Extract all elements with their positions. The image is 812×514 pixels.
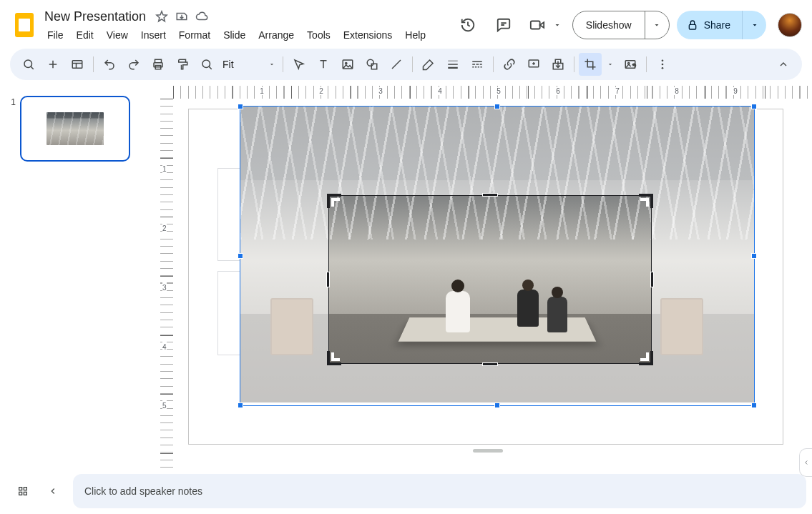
slide-thumbnail-1[interactable]	[20, 96, 130, 162]
share-button[interactable]: Share	[677, 11, 742, 39]
textbox-button[interactable]	[312, 53, 335, 76]
vertical-ruler[interactable]: 1 2 3 4 5	[160, 99, 173, 473]
svg-rect-1	[689, 24, 695, 29]
crop-handle-tl[interactable]	[327, 194, 341, 208]
menu-insert[interactable]: Insert	[135, 26, 172, 44]
svg-rect-20	[477, 66, 479, 68]
menu-format[interactable]: Format	[173, 26, 216, 44]
search-menus-button[interactable]	[17, 53, 40, 76]
slide-canvas[interactable]	[189, 109, 783, 444]
lock-icon	[687, 19, 698, 31]
crop-handle-bl[interactable]	[327, 351, 341, 365]
reset-image-button[interactable]	[619, 53, 642, 76]
meet-icon[interactable]	[525, 11, 549, 39]
crop-handle-bottom[interactable]	[482, 362, 498, 366]
selected-image[interactable]	[240, 106, 755, 402]
crop-handle-right[interactable]	[650, 272, 654, 287]
insert-shape-button[interactable]	[361, 53, 383, 76]
crop-image-button[interactable]	[579, 53, 602, 76]
document-title[interactable]: New Presentation	[41, 9, 149, 25]
svg-rect-31	[19, 492, 22, 495]
ruler-h-tick: 4	[436, 87, 444, 95]
more-options-button[interactable]	[651, 53, 674, 76]
menu-slide[interactable]: Slide	[217, 26, 251, 44]
collapse-toolbar-button[interactable]	[772, 53, 795, 76]
resize-handle[interactable]	[238, 402, 243, 408]
grid-view-button[interactable]	[13, 481, 33, 501]
svg-rect-29	[19, 488, 22, 490]
ruler-h-tick: 1	[258, 87, 266, 95]
svg-rect-12	[448, 64, 458, 65]
star-icon[interactable]	[155, 9, 169, 24]
crop-handle-left[interactable]	[326, 272, 330, 287]
insert-link-button[interactable]	[498, 53, 521, 76]
svg-point-9	[367, 59, 373, 66]
slides-logo[interactable]	[10, 11, 39, 39]
ruler-h-tick: 8	[672, 87, 681, 95]
redo-button[interactable]	[122, 53, 145, 76]
menu-file[interactable]: File	[41, 26, 69, 44]
print-button[interactable]	[147, 53, 170, 76]
ruler-h-tick: 9	[731, 87, 740, 95]
undo-button[interactable]	[98, 53, 121, 76]
crop-handle-tr[interactable]	[639, 194, 653, 208]
menu-edit[interactable]: Edit	[71, 26, 99, 44]
share-label: Share	[704, 19, 730, 31]
history-icon[interactable]	[454, 11, 482, 39]
ruler-v-tick: 1	[162, 164, 167, 174]
border-weight-button[interactable]	[441, 53, 464, 76]
resize-handle[interactable]	[494, 402, 500, 408]
horizontal-ruler[interactable]: 1 2 3 4 5 6 7 8 9	[173, 86, 812, 99]
crop-region[interactable]	[328, 195, 652, 364]
mask-image-button[interactable]	[547, 53, 569, 76]
menu-arrange[interactable]: Arrange	[253, 26, 300, 44]
insert-image-button[interactable]	[336, 53, 359, 76]
menu-view[interactable]: View	[101, 26, 134, 44]
crop-handle-br[interactable]	[639, 351, 653, 365]
bottom-bar: Click to add speaker notes	[0, 473, 812, 514]
svg-point-27	[661, 64, 663, 66]
slideshow-dropdown[interactable]	[645, 11, 669, 39]
zoom-dropdown[interactable]: Fit	[220, 59, 278, 70]
svg-rect-30	[24, 488, 26, 490]
zoom-out-button[interactable]	[195, 53, 218, 76]
crop-handle-top[interactable]	[482, 193, 498, 197]
svg-rect-32	[24, 492, 26, 495]
move-icon[interactable]	[175, 9, 189, 24]
menu-tools[interactable]: Tools	[301, 26, 336, 44]
new-slide-layout-button[interactable]	[66, 53, 89, 76]
cloud-status-icon[interactable]	[195, 9, 209, 24]
svg-rect-15	[472, 64, 475, 65]
slideshow-button[interactable]: Slideshow	[573, 11, 645, 39]
svg-rect-13	[448, 67, 458, 69]
notes-resize-handle[interactable]	[473, 449, 503, 453]
speaker-notes[interactable]: Click to add speaker notes	[73, 474, 806, 508]
resize-handle[interactable]	[751, 402, 757, 408]
meet-dropdown-icon[interactable]	[549, 11, 565, 39]
collapse-filmstrip-button[interactable]	[43, 481, 63, 501]
ruler-v-tick: 3	[162, 282, 167, 293]
menu-help[interactable]: Help	[399, 26, 431, 44]
slide-number: 1	[9, 96, 16, 465]
insert-line-button[interactable]	[385, 53, 408, 76]
menu-extensions[interactable]: Extensions	[338, 26, 398, 44]
comments-icon[interactable]	[489, 11, 518, 39]
select-tool-button[interactable]	[288, 53, 310, 76]
border-color-button[interactable]	[417, 53, 440, 76]
explore-tab[interactable]	[799, 448, 812, 477]
border-dash-button[interactable]	[466, 53, 489, 76]
slideshow-button-group: Slideshow	[572, 11, 670, 39]
ruler-h-tick: 2	[317, 87, 326, 95]
account-avatar[interactable]	[778, 13, 802, 37]
svg-point-2	[24, 60, 32, 68]
share-dropdown[interactable]	[742, 11, 766, 39]
ruler-v-tick: 2	[162, 223, 167, 234]
svg-point-8	[345, 62, 346, 64]
paint-format-button[interactable]	[171, 53, 194, 76]
crop-dropdown[interactable]	[603, 53, 617, 76]
insert-comment-button[interactable]	[522, 53, 545, 76]
svg-rect-19	[475, 66, 476, 68]
new-slide-button[interactable]	[41, 53, 64, 76]
svg-point-26	[661, 59, 663, 61]
svg-rect-11	[448, 61, 458, 61]
